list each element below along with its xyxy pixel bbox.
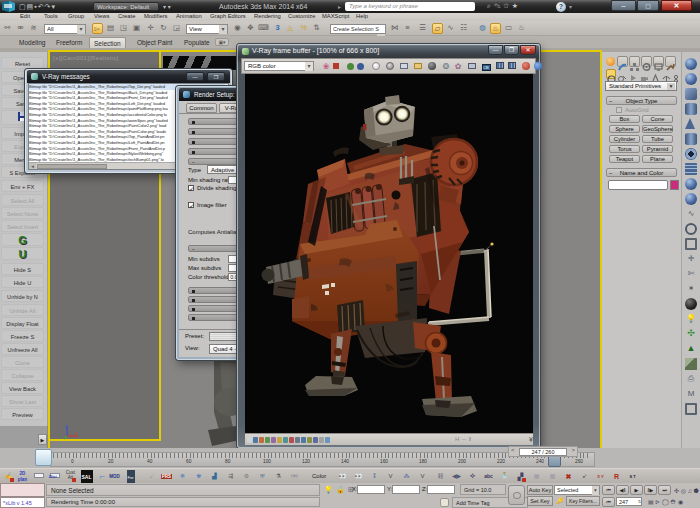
svg-text:z: z: [65, 425, 67, 430]
svg-text:x: x: [75, 430, 77, 435]
